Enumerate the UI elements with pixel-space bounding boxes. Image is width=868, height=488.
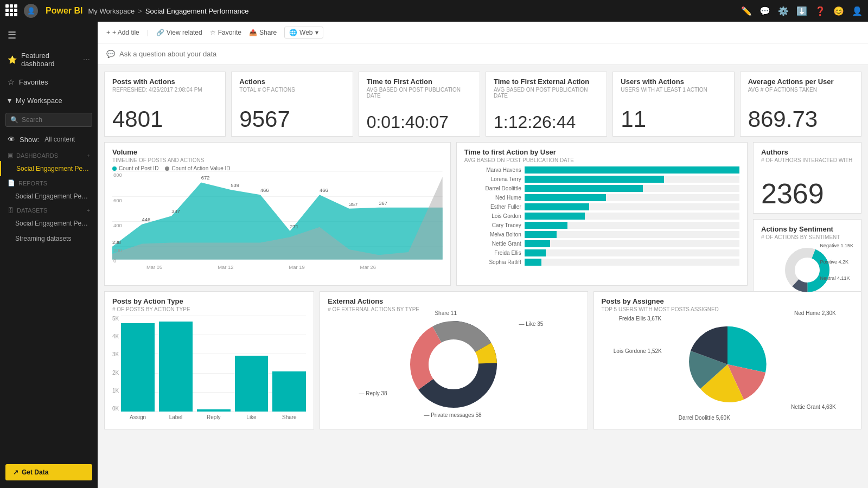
main-content: + + Add tile | 🔗 View related ☆ Favorite… (98, 22, 868, 488)
kpi-posts-title: Posts with Actions (112, 78, 218, 86)
hbar-fill (525, 194, 607, 201)
kpi-users-sub: USERS WITH AT LEAST 1 ACTION (621, 87, 726, 93)
pie-darrel (727, 326, 767, 372)
assignee-label-ned: Ned Hume 2,30K (794, 310, 836, 316)
kpi-time-first-action: Time to First Action AVG BASED ON POST P… (359, 72, 480, 137)
hbar-row: Freida Ellis (464, 249, 739, 256)
hbar-user-label: Darrel Doolittle (464, 185, 521, 191)
bar-assign[interactable]: Assign (121, 323, 155, 412)
datasets-icon: 🗄 (8, 207, 14, 214)
svg-text:271: 271 (290, 224, 298, 229)
ext-label-like: — Like 35 (519, 321, 543, 327)
add-dataset-icon[interactable]: + (87, 207, 90, 214)
kpi-posts-value: 4801 (112, 108, 218, 131)
sentiment-sub: # OF ACTIONS BY SENTIMENT (761, 234, 853, 240)
assignee-label-lois: Lois Gordone 1,52K (614, 348, 662, 354)
svg-text:466: 466 (260, 188, 269, 193)
time-by-user-card: Time to first Action by User AVG BASED O… (456, 142, 748, 286)
add-dashboard-icon[interactable]: + (87, 152, 90, 159)
favorite-button[interactable]: ☆ Favorite (210, 29, 241, 36)
assignee-pie-wrap: Ned Hume 2,30K Nettie Grant 4,63K Darrel… (602, 312, 853, 418)
sentiment-card: Actions by Sentiment # OF ACTIONS BY SEN… (753, 219, 861, 306)
hbar-row: Lorena Terry (464, 176, 739, 183)
authors-value: 2369 (761, 179, 853, 208)
sidebar-sub-dashboard[interactable]: Social Engagement Perfo... (0, 161, 98, 176)
hbar-track (525, 176, 739, 183)
bar-like[interactable]: Like (235, 356, 269, 412)
sidebar-section-reports[interactable]: 📄 Reports (0, 176, 98, 189)
hbar-user-label: Lorena Terry (464, 176, 521, 182)
svg-text:Mar 05: Mar 05 (146, 265, 162, 270)
kpi-posts-sub: REFRESHED: 4/25/2017 2:08:04 PM (112, 87, 218, 93)
svg-text:0: 0 (113, 258, 116, 264)
hbar-track (525, 194, 739, 201)
hbar-row: Cary Tracey (464, 222, 739, 229)
ext-label-share: Share 11 (435, 310, 457, 316)
bar-reply[interactable]: Reply (197, 409, 231, 412)
legend-action: Count of Action Value ID (165, 165, 230, 171)
bar-reply-label: Reply (207, 414, 221, 420)
sidebar-sub-dataset[interactable]: Social Engagement Perfo... (0, 216, 98, 231)
share-button[interactable]: 📤 Share (249, 29, 277, 36)
hbar-track (525, 203, 739, 210)
ext-title: External Actions (328, 297, 579, 305)
sidebar-sub-streaming[interactable]: Streaming datasets (0, 231, 98, 246)
more-icon[interactable]: ··· (83, 55, 90, 65)
ext-label-reply: — Reply 38 (359, 390, 387, 396)
favorite-label: Favorite (218, 29, 241, 36)
user-avatar[interactable]: 👤 (24, 4, 38, 18)
assignee-pie-container: Ned Hume 2,30K Nettie Grant 4,63K Darrel… (684, 321, 771, 410)
nav-workspace[interactable]: My Workspace (88, 7, 135, 15)
app-grid-icon[interactable] (5, 4, 18, 17)
sidebar-item-favorites[interactable]: ☆ Favorites (0, 73, 98, 91)
hbar-track (525, 259, 739, 266)
bar-label[interactable]: Label (159, 322, 193, 412)
hbar-track (525, 185, 739, 192)
question-input[interactable] (119, 50, 859, 58)
web-label: Web (299, 29, 312, 36)
hbar-row: Sophia Ratliff (464, 259, 739, 266)
hbar-row: Nettie Grant (464, 240, 739, 247)
web-button[interactable]: 🌐 Web ▾ (284, 27, 323, 38)
show-icon: 👁 (8, 135, 15, 144)
sidebar-item-my-workspace[interactable]: ▾ My Workspace (0, 91, 98, 110)
hamburger-menu[interactable]: ☰ (0, 24, 98, 47)
share-icon: 📤 (249, 29, 257, 36)
hbar-track (525, 231, 739, 238)
kpi-time2-value: 1:12:26:44 (494, 113, 599, 131)
edit-icon[interactable]: ✏️ (741, 6, 752, 16)
sidebar-sub-report[interactable]: Social Engagement Perfo... (0, 189, 98, 204)
hbar-track (525, 240, 739, 247)
kpi-avg-title: Average Actions per User (748, 78, 853, 86)
dashboard-grid: Posts with Actions REFRESHED: 4/25/2017 … (98, 65, 868, 436)
bar-share[interactable]: Share (272, 371, 306, 412)
get-data-button[interactable]: ↗ Get Data (5, 464, 92, 480)
view-related-button[interactable]: 🔗 View related (156, 29, 202, 36)
assignee-label-nettie: Nettie Grant 4,63K (791, 404, 836, 410)
posts-assignee-card: Posts by Assignee TOP 5 USERS WITH MOST … (593, 291, 861, 429)
profile-icon[interactable]: 👤 (852, 6, 863, 16)
help-icon[interactable]: ❓ (815, 6, 826, 16)
sidebar-section-dashboards[interactable]: ▣ Dashboards + (0, 149, 98, 161)
comment-icon[interactable]: 💬 (760, 6, 770, 16)
kpi-posts-with-actions: Posts with Actions REFRESHED: 4/25/2017 … (104, 72, 226, 137)
settings-icon[interactable]: ⚙️ (778, 6, 789, 16)
search-input[interactable] (22, 116, 87, 124)
hbar-user-label: Ned Hume (464, 195, 521, 201)
add-tile-button[interactable]: + + Add tile (106, 29, 139, 36)
datasets-label: Datasets (17, 207, 47, 214)
search-box[interactable]: 🔍 (5, 113, 92, 127)
sidebar-section-datasets[interactable]: 🗄 Datasets + (0, 204, 98, 216)
question-bar[interactable]: 💬 (98, 43, 868, 65)
download-icon[interactable]: ⬇️ (796, 6, 807, 16)
account-icon[interactable]: 😊 (833, 6, 844, 16)
hbar-user-label: Freida Ellis (464, 250, 521, 256)
sidebar-item-featured[interactable]: ⭐ Featured dashboard ··· (0, 47, 98, 73)
nav-actions-group: ✏️ 💬 ⚙️ ⬇️ ❓ 😊 👤 (741, 6, 863, 16)
star-icon: ⭐ (8, 55, 17, 64)
svg-text:600: 600 (113, 198, 122, 203)
kpi-users-with-actions: Users with Actions USERS WITH AT LEAST 1… (612, 72, 734, 137)
volume-title: Volume (112, 148, 443, 156)
kpi-row: Posts with Actions REFRESHED: 4/25/2017 … (104, 72, 861, 137)
hbar-fill (525, 203, 589, 210)
